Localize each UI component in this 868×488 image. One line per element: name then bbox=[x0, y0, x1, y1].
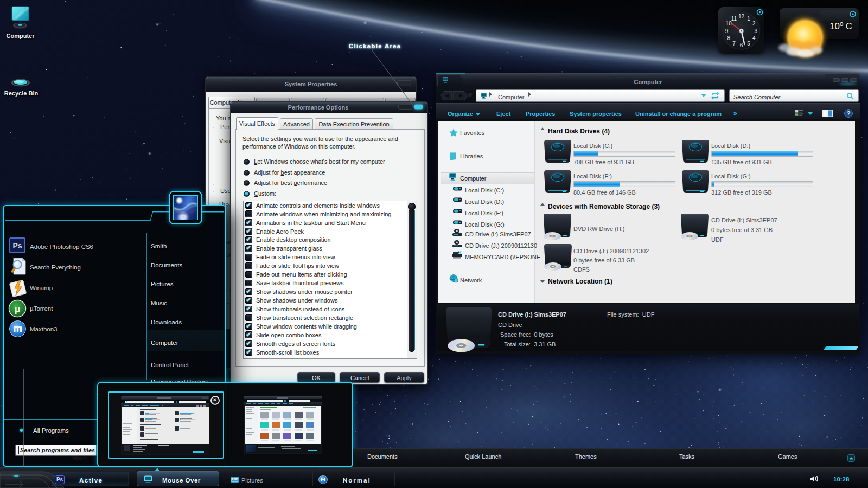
svg-text:1: 1 bbox=[747, 16, 750, 22]
svg-text:4: 4 bbox=[752, 35, 756, 41]
svg-text:6: 6 bbox=[740, 42, 743, 48]
svg-text:8: 8 bbox=[727, 35, 730, 41]
svg-text:2: 2 bbox=[752, 21, 756, 27]
svg-text:10: 10 bbox=[726, 21, 732, 27]
svg-text:µ: µ bbox=[15, 303, 21, 314]
svg-text:3: 3 bbox=[755, 28, 758, 34]
svg-text:9: 9 bbox=[725, 28, 729, 34]
svg-text:12: 12 bbox=[738, 14, 745, 20]
svg-text:Ps: Ps bbox=[12, 241, 22, 250]
svg-text:?: ? bbox=[847, 110, 851, 117]
svg-text:7: 7 bbox=[732, 41, 736, 47]
svg-text:5: 5 bbox=[747, 41, 750, 47]
svg-text:11: 11 bbox=[731, 16, 737, 22]
